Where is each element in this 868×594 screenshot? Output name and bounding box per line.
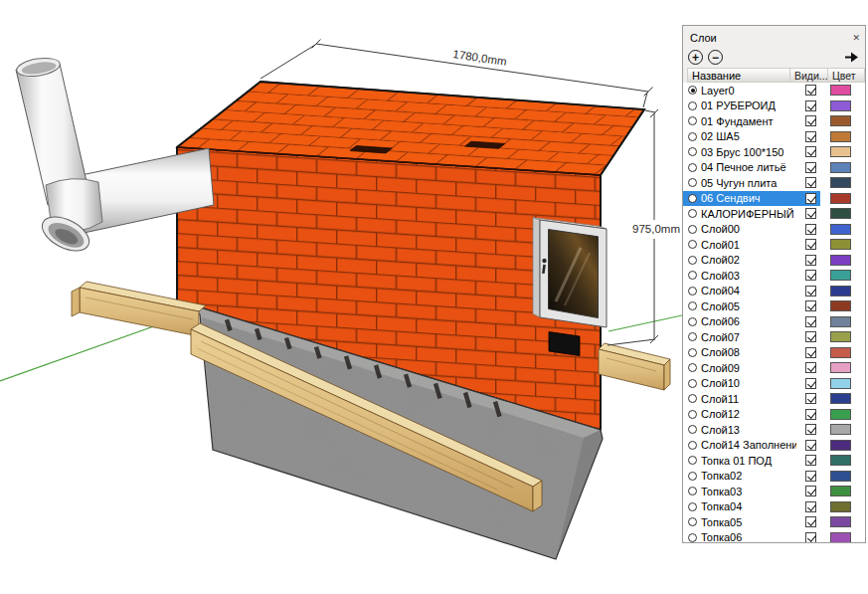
layer-visibility-checkbox[interactable] bbox=[805, 208, 816, 219]
layer-row[interactable]: Слой05 bbox=[683, 298, 865, 314]
layer-color-swatch[interactable] bbox=[830, 393, 851, 404]
layer-visibility-checkbox[interactable] bbox=[805, 393, 816, 404]
layer-visibility-checkbox[interactable] bbox=[805, 532, 816, 542]
layer-current-radio[interactable] bbox=[688, 517, 697, 526]
layer-visibility-checkbox[interactable] bbox=[805, 193, 816, 204]
details-arrow-button[interactable] bbox=[843, 52, 860, 63]
layer-current-radio[interactable] bbox=[688, 425, 697, 434]
layer-visibility-checkbox[interactable] bbox=[805, 501, 816, 512]
layer-color-swatch[interactable] bbox=[830, 208, 851, 219]
layer-color-swatch[interactable] bbox=[830, 440, 851, 451]
layer-current-radio[interactable] bbox=[688, 332, 697, 341]
layer-current-radio[interactable] bbox=[688, 363, 697, 372]
layer-color-swatch[interactable] bbox=[830, 300, 851, 311]
layer-row[interactable]: Слой01 bbox=[683, 237, 865, 253]
layer-row[interactable]: Топка04 bbox=[683, 499, 865, 515]
layer-row[interactable]: 06 Сендвич bbox=[683, 191, 865, 207]
layer-current-radio[interactable] bbox=[688, 533, 697, 542]
door-glass[interactable] bbox=[549, 230, 599, 318]
layer-color-swatch[interactable] bbox=[830, 193, 851, 204]
layer-color-swatch[interactable] bbox=[830, 316, 851, 327]
layer-color-swatch[interactable] bbox=[830, 224, 851, 235]
layer-current-radio[interactable] bbox=[688, 271, 697, 280]
firebox-door[interactable] bbox=[533, 218, 607, 327]
layer-current-radio[interactable] bbox=[688, 147, 697, 156]
layer-row[interactable]: КАЛОРИФЕРНЫЙ КАНА bbox=[683, 206, 865, 222]
ash-vent[interactable] bbox=[549, 332, 580, 356]
layer-row[interactable]: Layer0 bbox=[683, 83, 865, 99]
layer-visibility-checkbox[interactable] bbox=[805, 300, 816, 311]
layer-current-radio[interactable] bbox=[688, 287, 697, 296]
layer-visibility-checkbox[interactable] bbox=[805, 100, 816, 111]
layer-current-radio[interactable] bbox=[688, 317, 697, 326]
layer-current-radio[interactable] bbox=[688, 163, 697, 172]
layer-row[interactable]: Слой09 bbox=[683, 360, 865, 376]
layer-visibility-checkbox[interactable] bbox=[805, 239, 816, 250]
layer-color-swatch[interactable] bbox=[830, 455, 851, 466]
column-header-color[interactable]: Цвет bbox=[828, 68, 865, 83]
layer-visibility-checkbox[interactable] bbox=[805, 162, 816, 173]
dim-height-label[interactable]: 975,0mm bbox=[632, 223, 680, 235]
layer-row[interactable]: 01 Фундамент bbox=[683, 113, 865, 129]
layer-color-swatch[interactable] bbox=[830, 424, 851, 435]
layer-row[interactable]: Топка03 bbox=[683, 484, 865, 499]
layer-current-radio[interactable] bbox=[688, 410, 697, 419]
layer-visibility-checkbox[interactable] bbox=[805, 409, 816, 420]
layer-row[interactable]: Топка05 bbox=[683, 514, 865, 530]
layer-current-radio[interactable] bbox=[688, 132, 697, 141]
layer-visibility-checkbox[interactable] bbox=[805, 131, 816, 142]
layer-row[interactable]: Слой12 bbox=[683, 407, 865, 423]
layer-visibility-checkbox[interactable] bbox=[805, 224, 816, 235]
layer-color-swatch[interactable] bbox=[830, 501, 851, 512]
layer-visibility-checkbox[interactable] bbox=[805, 516, 816, 527]
layer-row[interactable]: Слой00 bbox=[683, 222, 865, 238]
layer-visibility-checkbox[interactable] bbox=[805, 440, 816, 451]
layer-color-swatch[interactable] bbox=[830, 409, 851, 420]
layer-current-radio[interactable] bbox=[688, 348, 697, 357]
remove-layer-button[interactable]: − bbox=[708, 50, 723, 65]
layer-row[interactable]: Слой06 bbox=[683, 314, 865, 330]
layer-row[interactable]: 02 ША5 bbox=[683, 129, 865, 145]
layer-color-swatch[interactable] bbox=[830, 162, 851, 173]
layer-row[interactable]: Слой10 bbox=[683, 376, 865, 392]
layer-current-radio[interactable] bbox=[688, 301, 697, 310]
layer-row[interactable]: Слой11 bbox=[683, 391, 865, 407]
add-layer-button[interactable]: + bbox=[688, 50, 703, 65]
layer-row[interactable]: Слой14 Заполнение пл bbox=[683, 438, 865, 454]
layer-current-radio[interactable] bbox=[688, 240, 697, 249]
layer-color-swatch[interactable] bbox=[830, 270, 851, 281]
layer-current-radio[interactable] bbox=[688, 472, 697, 481]
layer-color-swatch[interactable] bbox=[830, 239, 851, 250]
layer-row[interactable]: Слой02 bbox=[683, 253, 865, 269]
layer-current-radio[interactable] bbox=[688, 86, 697, 95]
layer-current-radio[interactable] bbox=[688, 209, 697, 218]
layer-color-swatch[interactable] bbox=[830, 146, 851, 157]
layer-row[interactable]: 03 Брус 100*150 bbox=[683, 144, 865, 160]
layer-row[interactable]: 01 РУБЕРОИД bbox=[683, 99, 865, 114]
layer-color-swatch[interactable] bbox=[830, 471, 851, 482]
layer-visibility-checkbox[interactable] bbox=[805, 255, 816, 266]
layer-row[interactable]: Топка06 bbox=[683, 530, 865, 543]
layer-row[interactable]: Слой03 bbox=[683, 268, 865, 284]
layer-color-swatch[interactable] bbox=[830, 100, 851, 111]
layer-current-radio[interactable] bbox=[688, 225, 697, 234]
layer-visibility-checkbox[interactable] bbox=[805, 286, 816, 297]
layer-visibility-checkbox[interactable] bbox=[805, 347, 816, 358]
layer-color-swatch[interactable] bbox=[830, 85, 851, 96]
panel-close-icon[interactable]: ✕ bbox=[852, 33, 860, 43]
layer-visibility-checkbox[interactable] bbox=[805, 424, 816, 435]
layer-visibility-checkbox[interactable] bbox=[805, 85, 816, 96]
layer-current-radio[interactable] bbox=[688, 116, 697, 125]
layer-color-swatch[interactable] bbox=[830, 532, 851, 542]
layer-visibility-checkbox[interactable] bbox=[805, 471, 816, 482]
layer-visibility-checkbox[interactable] bbox=[805, 362, 816, 373]
layer-color-swatch[interactable] bbox=[830, 331, 851, 342]
layer-current-radio[interactable] bbox=[688, 379, 697, 388]
layer-row[interactable]: 04 Печное литьё bbox=[683, 160, 865, 176]
3d-viewport[interactable]: 1780,0mm 975,0mm bbox=[0, 0, 682, 594]
layer-row[interactable]: Слой08 bbox=[683, 345, 865, 361]
layer-color-swatch[interactable] bbox=[830, 255, 851, 266]
layer-color-swatch[interactable] bbox=[830, 115, 851, 126]
layer-color-swatch[interactable] bbox=[830, 378, 851, 389]
layer-color-swatch[interactable] bbox=[830, 516, 851, 527]
